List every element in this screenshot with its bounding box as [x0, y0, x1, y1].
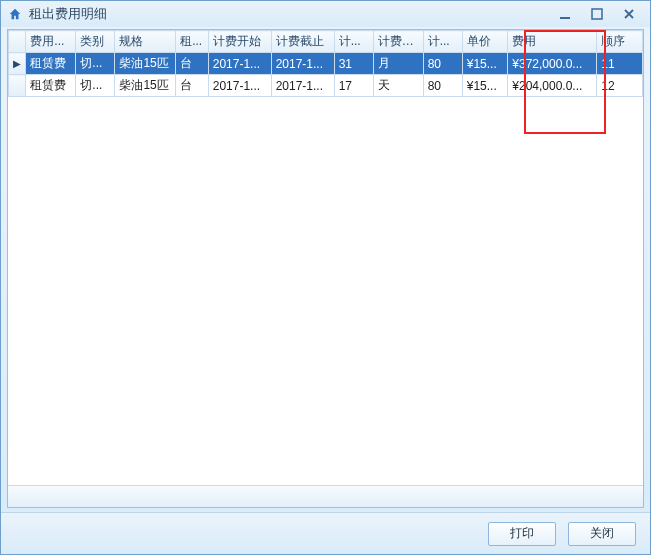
cell-count: 17 — [334, 75, 373, 97]
cell-spec: 柴油15匹 — [115, 53, 176, 75]
footer-bar: 打印 关闭 — [1, 512, 650, 554]
cell-cost: ¥204,000.0... — [508, 75, 597, 97]
window-controls — [554, 6, 644, 22]
grid-table: 费用... 类别 规格 租... 计费开始 计费截止 计... 计费天... 计… — [8, 30, 643, 97]
cell-unit-price: ¥15... — [462, 75, 508, 97]
cell-fee-name: 租赁费 — [26, 75, 76, 97]
svg-rect-1 — [592, 9, 602, 19]
cell-rent-unit: 台 — [176, 75, 209, 97]
data-grid[interactable]: 费用... 类别 规格 租... 计费开始 计费截止 计... 计费天... 计… — [8, 30, 643, 485]
cell-order: 11 — [597, 53, 643, 75]
col-spec[interactable]: 规格 — [115, 31, 176, 53]
row-selector-header[interactable] — [9, 31, 26, 53]
minimize-button[interactable] — [554, 6, 576, 22]
col-fee-name[interactable]: 费用... — [26, 31, 76, 53]
cell-cost: ¥372,000.0... — [508, 53, 597, 75]
cell-rent-unit: 台 — [176, 53, 209, 75]
cell-unit-price: ¥15... — [462, 53, 508, 75]
window-title: 租出费用明细 — [29, 5, 554, 23]
col-unit-price[interactable]: 单价 — [462, 31, 508, 53]
row-pointer: ▶ — [9, 53, 26, 75]
cell-c-count: 80 — [423, 75, 462, 97]
close-button[interactable] — [618, 6, 640, 22]
grid-header-row: 费用... 类别 规格 租... 计费开始 计费截止 计... 计费天... 计… — [9, 31, 643, 53]
cell-end: 2017-1... — [271, 75, 334, 97]
col-start[interactable]: 计费开始 — [208, 31, 271, 53]
col-rent-unit[interactable]: 租... — [176, 31, 209, 53]
cell-category: 切... — [76, 75, 115, 97]
col-end[interactable]: 计费截止 — [271, 31, 334, 53]
cell-spec: 柴油15匹 — [115, 75, 176, 97]
cell-start: 2017-1... — [208, 53, 271, 75]
titlebar: 租出费用明细 — [1, 1, 650, 27]
cell-day-unit: 天 — [373, 75, 423, 97]
svg-rect-0 — [560, 17, 570, 19]
col-order[interactable]: 顺序 — [597, 31, 643, 53]
table-row[interactable]: ▶租赁费切...柴油15匹台2017-1...2017-1...31月80¥15… — [9, 53, 643, 75]
cell-order: 12 — [597, 75, 643, 97]
cell-day-unit: 月 — [373, 53, 423, 75]
cell-count: 31 — [334, 53, 373, 75]
col-category[interactable]: 类别 — [76, 31, 115, 53]
cell-end: 2017-1... — [271, 53, 334, 75]
cell-start: 2017-1... — [208, 75, 271, 97]
col-day-unit[interactable]: 计费天... — [373, 31, 423, 53]
row-pointer — [9, 75, 26, 97]
content-panel: 费用... 类别 规格 租... 计费开始 计费截止 计... 计费天... 计… — [7, 29, 644, 508]
cell-category: 切... — [76, 53, 115, 75]
close-dialog-button[interactable]: 关闭 — [568, 522, 636, 546]
maximize-button[interactable] — [586, 6, 608, 22]
col-cost[interactable]: 费用 — [508, 31, 597, 53]
grid-status-strip — [8, 485, 643, 507]
cell-c-count: 80 — [423, 53, 462, 75]
table-row[interactable]: 租赁费切...柴油15匹台2017-1...2017-1...17天80¥15.… — [9, 75, 643, 97]
home-icon — [7, 6, 23, 22]
app-window: 租出费用明细 — [0, 0, 651, 555]
cell-fee-name: 租赁费 — [26, 53, 76, 75]
col-count[interactable]: 计... — [334, 31, 373, 53]
print-button[interactable]: 打印 — [488, 522, 556, 546]
col-c-count[interactable]: 计... — [423, 31, 462, 53]
